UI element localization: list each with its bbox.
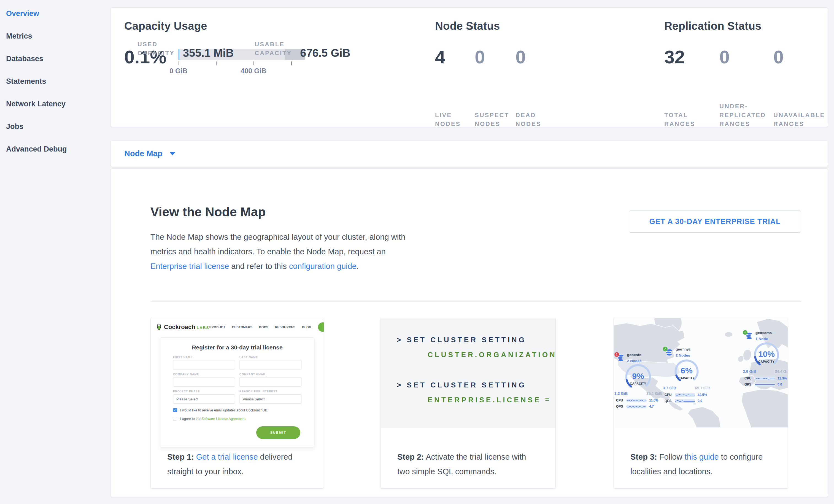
sidebar-item-advanced-debug[interactable]: Advanced Debug xyxy=(6,138,111,160)
mini-company-email-input xyxy=(239,377,302,387)
description-text: . xyxy=(356,262,359,270)
page-title: View the Node Map xyxy=(150,204,266,219)
capacity-percent: 6% xyxy=(673,366,700,375)
sidebar-item-network-latency[interactable]: Network Latency xyxy=(6,93,111,115)
dropdown-arrow-icon xyxy=(170,152,175,155)
mini-site-nav: PRODUCT CUSTOMERS DOCS RESOURCES BLOG DO… xyxy=(210,323,324,332)
node-map-preview: 1 geo=sfo 2 Nodes 9% CAPACITY 3.2 GiB 35… xyxy=(614,318,788,428)
qps-sparkline xyxy=(627,405,646,409)
mini-agree-checkbox-label: I agree to the Software License Agreemen… xyxy=(180,417,246,421)
sidebar: Overview Metrics Databases Statements Ne… xyxy=(0,0,111,504)
sidebar-item-jobs[interactable]: Jobs xyxy=(6,115,111,138)
node-map-enable-card: View the Node Map The Node Map shows the… xyxy=(111,168,828,497)
mini-agree-checkbox xyxy=(173,417,177,421)
capacity-percent: 9% xyxy=(624,371,652,381)
cpu-row: CPU 11.0% xyxy=(616,398,662,402)
mini-site-logo: Cockroach LABS xyxy=(156,324,210,331)
cpu-row: CPU 42.5% xyxy=(664,393,711,397)
under-replicated-ranges-label: UNDER-REPLICATEDRANGES xyxy=(719,102,773,128)
node-map-dropdown-label: Node Map xyxy=(124,149,162,158)
cpu-sparkline xyxy=(627,399,646,402)
mini-nav-product: PRODUCT xyxy=(210,325,225,329)
configuration-guide-link[interactable]: configuration guide xyxy=(289,262,356,270)
step1-caption: Step 1: Get a trial license delivered st… xyxy=(167,450,310,479)
sidebar-item-metrics[interactable]: Metrics xyxy=(6,25,111,47)
mini-project-phase-label: PROJECT PHASE xyxy=(173,390,235,393)
mini-agree-checkbox-row: I agree to the Software License Agreemen… xyxy=(173,417,302,421)
node-status-title: Node Status xyxy=(435,20,633,32)
step2-card: > SET CLUSTER SETTING CLUSTER.ORGANIZATI… xyxy=(380,318,556,488)
capacity-total-value: 65.7 GiB xyxy=(695,386,710,390)
enterprise-trial-license-link[interactable]: Enterprise trial license xyxy=(150,262,229,270)
locality-node-count: 2 Nodes xyxy=(676,353,690,357)
locality-name: geo=sfo xyxy=(627,353,641,357)
node-map-dropdown[interactable]: Node Map xyxy=(124,149,175,158)
mini-site-logo-suffix: LABS xyxy=(197,325,210,330)
sidebar-item-databases[interactable]: Databases xyxy=(6,47,111,70)
node-map-description: The Node Map shows the geographical layo… xyxy=(150,230,419,273)
cockroachdb-admin-overview-page: { "sidebar": { "items": [ {"label": "Ove… xyxy=(0,0,834,504)
capacity-label: CAPACITY xyxy=(624,382,652,385)
dead-nodes-label: DEADNODES xyxy=(515,111,557,128)
replication-status-section: Replication Status 32 0 0 TOTALRANGES UN… xyxy=(664,20,824,66)
capacity-total-value: 34.4 GiB xyxy=(775,369,788,374)
locality-name: geo=nyc xyxy=(676,347,691,351)
locality-node-count: 1 Node xyxy=(755,337,768,341)
view-selector-bar: Node Map xyxy=(111,140,828,167)
section-divider xyxy=(150,301,801,302)
mini-project-phase-select: Please Select xyxy=(173,394,235,404)
suspect-nodes-label: SUSPECTNODES xyxy=(475,111,515,128)
mini-site-header: Cockroach LABS PRODUCT CUSTOMERS DOCS RE… xyxy=(151,318,324,332)
healthy-check-badge: ✓ xyxy=(663,347,667,351)
mini-trial-form: Register for a 30-day trial license FIRS… xyxy=(160,337,314,447)
used-capacity-label: USED CAPACITY xyxy=(137,40,175,58)
step3-card: 1 geo=sfo 2 Nodes 9% CAPACITY 3.2 GiB 35… xyxy=(614,318,788,488)
sql-setting-1: CLUSTER.ORGANIZATION = xyxy=(427,351,556,359)
used-capacity-value: 355.1 MiB xyxy=(183,47,234,59)
capacity-label: CAPACITY xyxy=(753,360,780,363)
get-enterprise-trial-button[interactable]: GET A 30-DAY ENTERPRISE TRIAL xyxy=(629,211,801,233)
sql-statement-2: > SET CLUSTER SETTING xyxy=(397,381,526,389)
locality-name: geo=ams xyxy=(755,331,772,335)
cluster-summary-card: Capacity Usage 0.1% 0 GiB 400 GiB xyxy=(111,7,828,127)
live-nodes-label: LIVENODES xyxy=(435,111,475,128)
mini-nav-customers: CUSTOMERS xyxy=(232,325,253,329)
mini-form-title: Register for a 30-day trial license xyxy=(173,344,302,351)
capacity-total-value: 35.1 GiB xyxy=(646,391,662,396)
get-trial-license-link[interactable]: Get a trial license xyxy=(196,453,258,461)
capacity-used-value: 3.2 GiB xyxy=(614,391,628,396)
sql-code-block: > SET CLUSTER SETTING CLUSTER.ORGANIZATI… xyxy=(381,318,555,428)
mini-nav-resources: RESOURCES xyxy=(275,325,295,329)
capacity-label: CAPACITY xyxy=(673,376,700,380)
mini-updates-checkbox-label: I would like to receive email updates ab… xyxy=(180,409,268,412)
step1-label: Step 1: xyxy=(167,453,194,461)
sidebar-item-overview[interactable]: Overview xyxy=(6,2,111,25)
total-ranges-count: 32 xyxy=(664,48,719,66)
live-nodes-count: 4 xyxy=(435,48,475,66)
capacity-usage-title: Capacity Usage xyxy=(124,20,433,32)
sql-statement-1: > SET CLUSTER SETTING xyxy=(397,336,526,344)
sidebar-item-statements[interactable]: Statements xyxy=(6,70,111,93)
warning-count-badge: 1 xyxy=(614,352,619,357)
replication-status-title: Replication Status xyxy=(664,20,824,32)
mini-nav-docs: DOCS xyxy=(259,325,268,329)
capacity-bar-axis: 0 GiB 400 GiB xyxy=(178,62,305,69)
description-text: and refer to this xyxy=(229,262,289,270)
cpu-row: CPU 12.3% xyxy=(744,376,788,380)
mini-first-name-label: FIRST NAME xyxy=(173,356,235,359)
mini-download-button: DOWNLOAD xyxy=(318,323,324,332)
capacity-used-value: 3.6 GiB xyxy=(743,369,756,374)
this-guide-link[interactable]: this guide xyxy=(685,453,719,461)
suspect-nodes-count: 0 xyxy=(475,48,515,66)
step3-caption: Step 3: Follow this guide to configure l… xyxy=(630,450,774,479)
qps-sparkline xyxy=(755,383,775,386)
step2-caption: Step 2: Activate the trial license with … xyxy=(397,450,541,479)
qps-row: QPS 0.0 xyxy=(664,399,711,403)
mini-company-email-label: COMPANY EMAIL xyxy=(239,373,302,376)
total-ranges-label: TOTALRANGES xyxy=(664,111,719,128)
mini-nav-blog: BLOG xyxy=(302,325,311,329)
mini-company-name-input xyxy=(173,377,235,387)
healthy-check-badge: ✓ xyxy=(743,330,747,335)
mini-first-name-input xyxy=(173,360,235,370)
step2-label: Step 2: xyxy=(397,453,424,461)
